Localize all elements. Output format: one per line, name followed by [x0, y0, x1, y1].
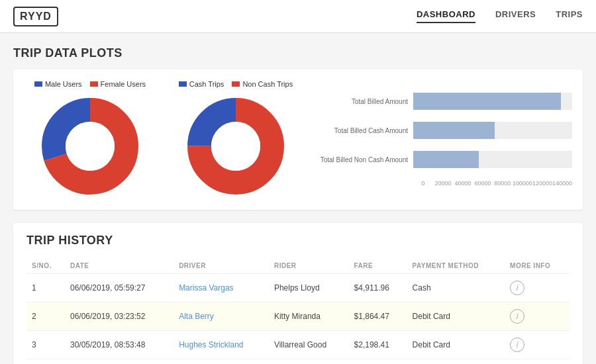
bar-label-total: Total Billed Amount — [315, 98, 408, 105]
cash-color-dot — [179, 81, 187, 87]
section-title-trip-data: TRIP DATA PLOTS — [13, 46, 583, 60]
driver-link[interactable]: Hughes Strickland — [179, 340, 243, 349]
table-row: 1 06/06/2019, 05:59:27 Marissa Vargas Ph… — [26, 274, 570, 302]
bar-track-cash — [413, 122, 572, 139]
header: RYYD DASHBOARD DRIVERS TRIPS — [0, 0, 596, 33]
cell-payment: Debit Card — [407, 302, 505, 331]
cell-payment: Debit Card — [407, 359, 505, 365]
cell-moreinfo[interactable]: i — [505, 359, 570, 365]
cell-payment: Cash — [407, 274, 505, 302]
info-icon[interactable]: i — [510, 309, 524, 324]
main-content: TRIP DATA PLOTS Male Users Female Users — [0, 33, 596, 364]
cell-rider: Kitty Miranda — [269, 302, 349, 331]
trip-history-table: S/NO. DATE DRIVER RIDER FARE PAYMENT MET… — [26, 258, 570, 364]
axis-140k: 140000 — [552, 180, 572, 187]
cell-fare: $2,198.41 — [349, 331, 407, 359]
cell-date: 30/05/2019, 08:53:48 — [65, 331, 174, 359]
legend-noncash-label: Non Cash Trips — [242, 80, 293, 88]
cell-driver[interactable]: Alta Berry — [174, 359, 269, 365]
table-row: 4 26/05/2019, 04:35:38 Alta Berry Maria … — [26, 359, 570, 365]
table-row: 2 06/06/2019, 03:23:52 Alta Berry Kitty … — [26, 302, 570, 331]
female-color-dot — [90, 81, 98, 87]
cell-rider: Phelps Lloyd — [269, 274, 349, 302]
donut-trips-svg — [183, 93, 289, 199]
nav-drivers[interactable]: DRIVERS — [495, 9, 536, 23]
cell-date: 26/05/2019, 04:35:38 — [65, 359, 174, 365]
cell-fare: $1,864.47 — [349, 302, 407, 331]
svg-point-2 — [66, 122, 115, 171]
legend-female: Female Users — [90, 80, 146, 88]
donut-trips-legend: Cash Trips Non Cash Trips — [179, 80, 293, 88]
cell-rider: Villarreal Good — [269, 331, 349, 359]
trip-history-panel: TRIP HISTORY S/NO. DATE DRIVER RIDER FAR… — [13, 223, 583, 364]
col-payment: PAYMENT METHOD — [407, 258, 505, 274]
col-moreinfo: MORE INFO — [505, 258, 570, 274]
bar-fill-noncash — [413, 151, 479, 168]
nav: DASHBOARD DRIVERS TRIPS — [417, 9, 583, 23]
axis-100k: 100000 — [513, 180, 532, 187]
cell-payment: Debit Card — [407, 331, 505, 359]
table-header-row: S/NO. DATE DRIVER RIDER FARE PAYMENT MET… — [26, 258, 570, 274]
cell-driver[interactable]: Alta Berry — [174, 302, 269, 331]
charts-panel: Male Users Female Users Cash Trip — [13, 69, 583, 210]
bar-row-noncash: Total Billed Non Cash Amount — [315, 151, 572, 168]
cell-driver[interactable]: Marissa Vargas — [174, 274, 269, 302]
col-date: DATE — [65, 258, 174, 274]
col-fare: FARE — [349, 258, 407, 274]
male-color-dot — [34, 81, 42, 87]
legend-female-label: Female Users — [101, 80, 146, 88]
nav-dashboard[interactable]: DASHBOARD — [417, 9, 475, 23]
axis-20k: 20000 — [433, 180, 453, 187]
cell-sno: 4 — [26, 359, 65, 365]
cell-fare: $4,911.96 — [349, 274, 407, 302]
donut-users-legend: Male Users Female Users — [34, 80, 146, 88]
col-sno: S/NO. — [26, 258, 65, 274]
bar-row-total: Total Billed Amount — [315, 93, 572, 110]
donut-users: Male Users Female Users — [24, 80, 156, 199]
cell-driver[interactable]: Hughes Strickland — [174, 331, 269, 359]
noncash-color-dot — [232, 81, 240, 87]
cell-fare: $2,518.97 — [349, 359, 407, 365]
logo: RYYD — [13, 7, 58, 26]
axis-120k: 120000 — [532, 180, 552, 187]
axis-60k: 60000 — [473, 180, 493, 187]
axis-80k: 80000 — [493, 180, 513, 187]
donut-trips: Cash Trips Non Cash Trips — [170, 80, 302, 199]
cell-moreinfo[interactable]: i — [505, 274, 570, 302]
history-title: TRIP HISTORY — [26, 234, 570, 248]
cell-date: 06/06/2019, 03:23:52 — [65, 302, 174, 331]
info-icon[interactable]: i — [510, 281, 524, 295]
cell-rider: Maria Wilcox — [269, 359, 349, 365]
bar-fill-cash — [413, 122, 495, 139]
legend-cash-label: Cash Trips — [189, 80, 224, 88]
bar-chart: Total Billed Amount Total Billed Cash Am… — [315, 86, 572, 193]
legend-male: Male Users — [34, 80, 82, 88]
axis-40k: 40000 — [453, 180, 473, 187]
cell-moreinfo[interactable]: i — [505, 302, 570, 331]
bar-row-cash: Total Billed Cash Amount — [315, 122, 572, 139]
nav-trips[interactable]: TRIPS — [556, 9, 583, 23]
cell-date: 06/06/2019, 05:59:27 — [65, 274, 174, 302]
donut-users-svg — [37, 93, 143, 199]
bar-label-noncash: Total Billed Non Cash Amount — [315, 156, 408, 163]
col-rider: RIDER — [269, 258, 349, 274]
info-icon[interactable]: i — [510, 338, 524, 352]
bar-track-total — [413, 93, 572, 110]
cell-moreinfo[interactable]: i — [505, 331, 570, 359]
bar-label-cash: Total Billed Cash Amount — [315, 127, 408, 134]
cell-sno: 2 — [26, 302, 65, 331]
bar-track-noncash — [413, 151, 572, 168]
col-driver: DRIVER — [174, 258, 269, 274]
bar-axis: 0 20000 40000 60000 80000 100000 120000 … — [413, 180, 572, 187]
legend-male-label: Male Users — [45, 80, 82, 88]
axis-0: 0 — [413, 180, 433, 187]
driver-link[interactable]: Marissa Vargas — [179, 283, 233, 293]
bar-fill-total — [413, 93, 561, 110]
svg-point-5 — [211, 122, 260, 171]
cell-sno: 1 — [26, 274, 65, 302]
legend-cash: Cash Trips — [179, 80, 224, 88]
driver-link[interactable]: Alta Berry — [179, 312, 214, 321]
legend-noncash: Non Cash Trips — [232, 80, 293, 88]
table-row: 3 30/05/2019, 08:53:48 Hughes Strickland… — [26, 331, 570, 359]
cell-sno: 3 — [26, 331, 65, 359]
